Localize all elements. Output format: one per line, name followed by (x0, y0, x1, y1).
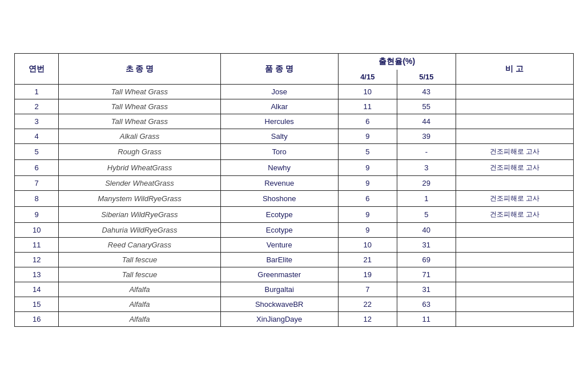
cell-rate-415: 6 (338, 114, 397, 129)
cell-pumjong: Shoshone (220, 191, 338, 207)
cell-rate-515: - (397, 144, 456, 160)
cell-no: 1 (15, 85, 59, 99)
cell-rate-515: 31 (397, 282, 456, 297)
cell-chojong: Slender WheatGrass (59, 176, 220, 191)
cell-bigo (456, 297, 573, 312)
header-bigo: 비 고 (456, 54, 573, 85)
table-wrapper: 농 종 자 묘 정 Rural Development Administrati… (14, 53, 574, 327)
cell-bigo (456, 267, 573, 282)
cell-bigo (456, 238, 573, 253)
cell-bigo (456, 223, 573, 238)
cell-rate-415: 9 (338, 129, 397, 144)
cell-bigo (456, 282, 573, 297)
cell-rate-515: 55 (397, 99, 456, 114)
cell-chojong: Dahuria WildRyeGrass (59, 223, 220, 238)
cell-chojong: Manystem WildRyeGrass (59, 191, 220, 207)
table-row: 15AlfalfaShockwaveBR2263 (15, 297, 574, 312)
cell-rate-515: 1 (397, 191, 456, 207)
cell-chojong: Tall fescue (59, 267, 220, 282)
cell-bigo (456, 253, 573, 267)
cell-rate-515: 69 (397, 253, 456, 267)
cell-rate-515: 5 (397, 207, 456, 223)
cell-pumjong: Hercules (220, 114, 338, 129)
table-row: 9Siberian WildRyeGrassEcotype95건조피해로 고사 (15, 207, 574, 223)
cell-no: 10 (15, 223, 59, 238)
header-chojong: 초 종 명 (59, 54, 220, 85)
cell-chojong: Tall Wheat Grass (59, 114, 220, 129)
cell-bigo (456, 312, 573, 327)
cell-chojong: Alfalfa (59, 312, 220, 327)
cell-rate-415: 11 (338, 99, 397, 114)
table-row: 11Reed CanaryGrassVenture1031 (15, 238, 574, 253)
cell-no: 9 (15, 207, 59, 223)
cell-rate-415: 6 (338, 191, 397, 207)
cell-chojong: Alkali Grass (59, 129, 220, 144)
table-row: 10Dahuria WildRyeGrassEcotype940 (15, 223, 574, 238)
cell-pumjong: Newhy (220, 160, 338, 176)
header-main-row: 연번 초 종 명 품 종 명 출현율(%) 비 고 (15, 54, 574, 70)
table-row: 12Tall fescueBarElite2169 (15, 253, 574, 267)
table-row: 13Tall fescueGreenmaster1971 (15, 267, 574, 282)
cell-chojong: Tall Wheat Grass (59, 85, 220, 99)
header-rate-415: 4/15 (338, 70, 397, 85)
cell-rate-415: 9 (338, 176, 397, 191)
cell-rate-415: 21 (338, 253, 397, 267)
cell-pumjong: Greenmaster (220, 267, 338, 282)
cell-pumjong: Ecotype (220, 207, 338, 223)
table-row: 14AlfalfaBurgaltai731 (15, 282, 574, 297)
cell-bigo: 건조피해로 고사 (456, 160, 573, 176)
cell-pumjong: Ecotype (220, 223, 338, 238)
cell-bigo: 건조피해로 고사 (456, 191, 573, 207)
cell-rate-515: 43 (397, 85, 456, 99)
table-row: 2Tall Wheat GrassAlkar1155 (15, 99, 574, 114)
cell-bigo (456, 85, 573, 99)
cell-chojong: Tall fescue (59, 253, 220, 267)
cell-chojong: Hybrid WheatGrass (59, 160, 220, 176)
cell-rate-415: 12 (338, 312, 397, 327)
cell-rate-415: 5 (338, 144, 397, 160)
cell-no: 15 (15, 297, 59, 312)
cell-no: 13 (15, 267, 59, 282)
cell-rate-515: 71 (397, 267, 456, 282)
cell-no: 8 (15, 191, 59, 207)
cell-rate-515: 39 (397, 129, 456, 144)
table-body: 1Tall Wheat GrassJose10432Tall Wheat Gra… (15, 85, 574, 327)
cell-no: 12 (15, 253, 59, 267)
header-pumjong: 품 종 명 (220, 54, 338, 85)
cell-rate-415: 22 (338, 297, 397, 312)
cell-chojong: Alfalfa (59, 282, 220, 297)
cell-rate-515: 11 (397, 312, 456, 327)
cell-no: 6 (15, 160, 59, 176)
cell-chojong: Reed CanaryGrass (59, 238, 220, 253)
main-table: 연번 초 종 명 품 종 명 출현율(%) 비 고 4/15 5/15 1Tal… (14, 53, 574, 327)
cell-chojong: Rough Grass (59, 144, 220, 160)
cell-pumjong: Alkar (220, 99, 338, 114)
header-rate-group: 출현율(%) (338, 54, 456, 70)
cell-rate-515: 29 (397, 176, 456, 191)
cell-no: 7 (15, 176, 59, 191)
cell-rate-515: 31 (397, 238, 456, 253)
cell-no: 3 (15, 114, 59, 129)
cell-bigo: 건조피해로 고사 (456, 144, 573, 160)
cell-no: 5 (15, 144, 59, 160)
cell-no: 11 (15, 238, 59, 253)
cell-rate-515: 40 (397, 223, 456, 238)
cell-pumjong: Venture (220, 238, 338, 253)
cell-bigo (456, 99, 573, 114)
cell-rate-515: 63 (397, 297, 456, 312)
cell-pumjong: ShockwaveBR (220, 297, 338, 312)
cell-chojong: Tall Wheat Grass (59, 99, 220, 114)
cell-pumjong: Jose (220, 85, 338, 99)
cell-rate-515: 3 (397, 160, 456, 176)
cell-bigo: 건조피해로 고사 (456, 207, 573, 223)
cell-rate-415: 10 (338, 85, 397, 99)
header-rate-515: 5/15 (397, 70, 456, 85)
cell-no: 16 (15, 312, 59, 327)
cell-pumjong: BarElite (220, 253, 338, 267)
cell-rate-415: 9 (338, 160, 397, 176)
table-row: 4Alkali GrassSalty939 (15, 129, 574, 144)
cell-pumjong: Salty (220, 129, 338, 144)
table-row: 8Manystem WildRyeGrassShoshone61건조피해로 고사 (15, 191, 574, 207)
cell-rate-415: 7 (338, 282, 397, 297)
cell-bigo (456, 129, 573, 144)
